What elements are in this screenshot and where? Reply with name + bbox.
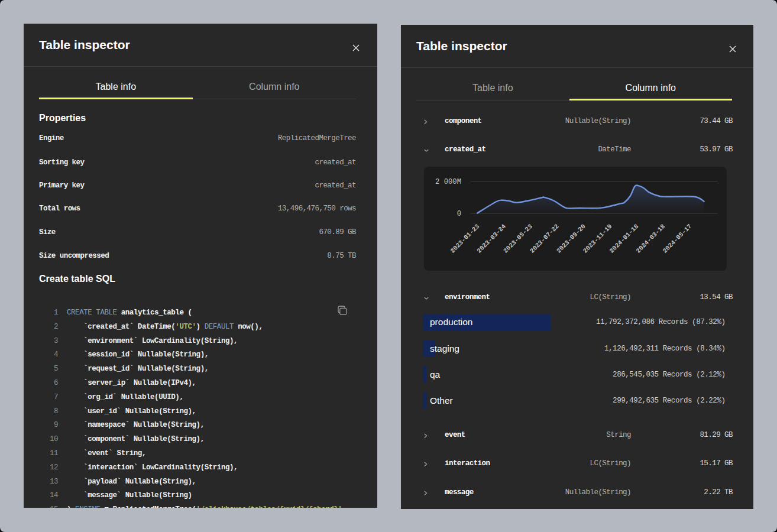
svg-text:0: 0: [457, 210, 461, 218]
svg-text:2 000M: 2 000M: [435, 177, 461, 186]
